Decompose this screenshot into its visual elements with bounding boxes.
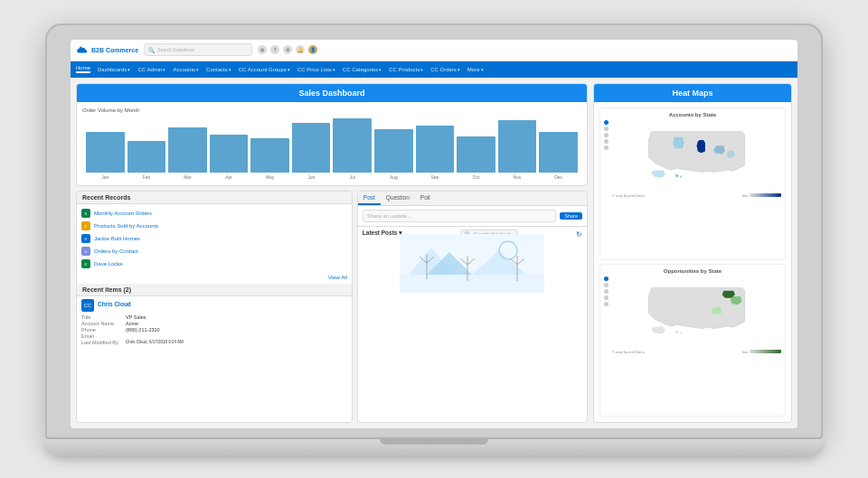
nav-item-more[interactable]: More ▾ [467,67,484,72]
bar-group: Jul [333,118,372,180]
recent-item-detail: CC Chris Cloud Title VP Sales Account Na… [77,296,352,349]
nav-item-dashboards[interactable]: Dashboards ▾ [98,67,130,72]
tab-poll[interactable]: Poll [415,192,436,205]
global-search[interactable]: 🔍 Search Salesforce [144,43,252,56]
accounts-by-state-section: Accounts by State [599,108,786,260]
detail-row-account: Account Name Acme [81,321,347,326]
us-map-2: © map by amCharts few [612,276,781,354]
heatmap-content: Accounts by State [594,102,791,422]
title-value: VP Sales [126,314,146,320]
nav-item-orders[interactable]: CC Orders ▾ [430,67,460,72]
record-item: ≡Dave Locke [81,258,347,270]
nav-item-account-groups[interactable]: CC Account Groups ▾ [239,67,290,72]
tab-question[interactable]: Question [381,192,415,205]
opportunities-map-title: Opportunities by State [604,268,781,274]
dot-5 [604,302,609,306]
bar-label: Jan [101,174,108,180]
dot-3 [604,133,609,137]
record-link[interactable]: Orders by Contact [94,248,138,254]
dot-1 [604,120,609,125]
chart-section: Order Volume by Month JanFebMarAprMayJun… [77,102,587,185]
map1-legend: © map by amCharts few [612,193,781,198]
home-icon[interactable]: ⊞ [258,45,267,54]
bar-group: Jun [292,123,331,180]
dot-5 [604,145,609,150]
account-label: Account Name [81,321,122,326]
header-icons: ⊞ ? ⚙ 🔔 👤 [258,45,317,54]
bar-group: May [250,138,289,180]
screen-bezel: B2B Commerce 🔍 Search Salesforce ⊞ ? ⚙ 🔔… [45,23,823,439]
record-link[interactable]: Monthly Account Orders [94,211,152,216]
bar [168,127,207,173]
bar [127,141,166,173]
share-button[interactable]: Share [560,212,582,220]
nav-item-products[interactable]: CC Products ▾ [389,67,423,72]
view-all-link[interactable]: View All [77,273,352,282]
help-icon[interactable]: ? [270,45,279,54]
opportunities-by-state-section: Opportunities by State [599,264,786,417]
compose-input[interactable]: Share an update... [363,210,557,222]
setup-icon[interactable]: ⚙ [283,45,292,54]
dot-2 [604,283,609,287]
record-icon: ≡ [81,209,90,218]
bar-label: Jul [350,174,355,180]
phone-value: (866) 211-2310 [126,327,160,333]
refresh-icon[interactable]: ↻ [576,230,582,239]
detail-row-email: Email [81,333,347,339]
feed-illustration [363,242,582,296]
chevron-down-icon: ▾ [379,67,382,72]
tab-post[interactable]: Post [358,192,381,205]
bar-chart: JanFebMarAprMayJunJulAugSepOctNovDec [82,117,581,180]
person-name: Chris Cloud [98,301,131,307]
nav-item-accounts[interactable]: Accounts ▾ [173,67,199,72]
bar-group: Apr [210,135,249,180]
nav-item-price-lists[interactable]: CC Price Lists ▾ [297,67,335,72]
bar-label: Feb [143,174,151,180]
chevron-down-icon: ▾ [127,67,130,72]
legend-label: few [742,193,748,198]
search-icon: 🔍 [148,47,155,53]
main-content: Sales Dashboard Order Volume by Month Ja… [71,78,797,428]
recent-records-panel: Recent Records ≡Monthly Account Orders≡P… [76,191,353,423]
modified-value: Chris Cloud, 6/17/2018 9:24 AM [126,340,184,345]
bar [416,126,455,173]
legend2-label: few [742,350,748,354]
nav-item-categories[interactable]: CC Categories ▾ [343,67,382,72]
legend-gradient-1 [750,193,781,197]
sales-dashboard-card: Sales Dashboard Order Volume by Month Ja… [76,83,588,186]
bar-label: Aug [390,174,398,180]
recent-items-header: Recent Items (2) [77,284,352,296]
record-item: ≡Products Sold by Accounts [81,220,347,232]
dot-1 [604,276,609,281]
heatmap-panel: Heat Maps Accounts by State [593,83,792,423]
latest-posts-label[interactable]: Latest Posts ▾ [363,230,402,237]
nav-item-contacts[interactable]: Contacts ▾ [206,67,231,72]
bar-label: Dec [554,174,562,180]
bar [457,136,495,173]
laptop-wrapper: B2B Commerce 🔍 Search Salesforce ⊞ ? ⚙ 🔔… [45,23,823,455]
record-link[interactable]: Dave Locke [94,261,123,267]
feed-tabs: Post Question Poll [358,192,587,206]
recent-records-header: Recent Records [77,192,352,204]
chevron-down-icon: ▾ [481,67,484,72]
svg-rect-1 [400,275,544,293]
notifications-icon[interactable]: 🔔 [296,45,305,54]
compose-row: Share an update... Share [363,210,582,222]
nav-item-cc-admin[interactable]: CC Admin ▾ [137,67,165,72]
record-link[interactable]: Jackie Built Homes [94,236,140,241]
chevron-down-icon: ▾ [229,67,231,72]
legend-container: few [742,193,781,198]
bar-group: Nov [498,120,537,180]
record-link[interactable]: Products Sold by Accounts [94,223,158,229]
bar-group: Oct [457,136,495,180]
bar [539,132,578,173]
avatar[interactable]: 👤 [308,45,317,54]
nav-item-home[interactable]: Home [76,65,90,73]
heat-maps-header: Heat Maps [594,84,791,102]
chevron-down-icon: ▾ [333,67,335,72]
laptop-base [45,439,823,455]
bar-label: Oct [473,174,480,180]
map2-legend: © map by amCharts few [612,350,781,354]
bar [374,129,413,173]
email-label: Email [81,333,122,339]
